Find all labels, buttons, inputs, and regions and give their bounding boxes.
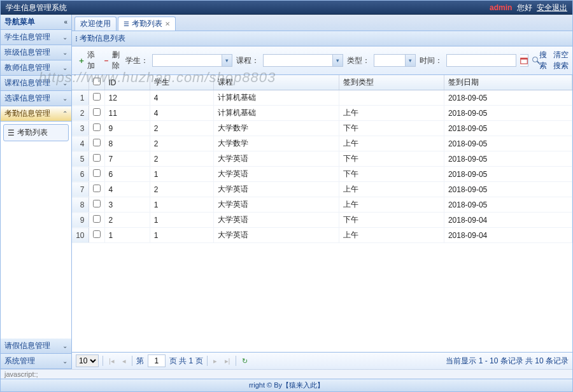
- header-right: admin 您好 安全退出: [487, 1, 567, 14]
- user-name: admin: [490, 3, 512, 12]
- chevron-down-icon[interactable]: ▾: [406, 54, 416, 67]
- svg-rect-1: [521, 58, 528, 59]
- sidebar-item-system[interactable]: 系统管理⌄: [1, 354, 71, 369]
- table-row[interactable]: 831大学英语上午2018-09-05: [72, 197, 572, 213]
- toolbar: ＋添加 －删除 学生： ▾ 课程： ▾ 类型： ▾ 时间： 搜索 清空搜索: [72, 46, 572, 75]
- table-row[interactable]: 482大学数学上午2018-09-05: [72, 136, 572, 151]
- sidebar: 导航菜单 « 学生信息管理⌄ 班级信息管理⌄ 教师信息管理⌄ 课程信息管理⌄ 选…: [1, 15, 72, 369]
- sidebar-item-select[interactable]: 选课信息管理⌄: [1, 91, 71, 106]
- pager: 10 |◂ ◂ 第 页 共 1 页 ▸ ▸| ↻ 当前显示 1 - 10 条记录…: [72, 352, 572, 369]
- tab-attendance-list[interactable]: ☰ 考勤列表 ✕: [118, 17, 176, 31]
- app-title: 学生信息管理系统: [6, 1, 67, 14]
- plus-icon: ＋: [78, 55, 85, 66]
- table-row[interactable]: 661大学英语下午2018-09-05: [72, 167, 572, 182]
- tab-welcome[interactable]: 欢迎使用: [74, 17, 117, 31]
- prev-page-button[interactable]: ◂: [120, 357, 128, 365]
- first-page-button[interactable]: |◂: [107, 357, 117, 365]
- list-icon: ☰: [8, 129, 15, 137]
- col-type[interactable]: 签到类型: [339, 75, 444, 90]
- table-row[interactable]: 742大学英语上午2018-09-05: [72, 182, 572, 197]
- page-size-select[interactable]: 10: [76, 354, 99, 367]
- row-checkbox[interactable]: [93, 123, 101, 131]
- sidebar-item-leave[interactable]: 请假信息管理⌄: [1, 339, 71, 354]
- greeting: 您好: [517, 3, 532, 12]
- table-row[interactable]: 921大学英语下午2018-09-04: [72, 213, 572, 228]
- tab-strip: 欢迎使用 ☰ 考勤列表 ✕: [72, 15, 572, 31]
- panel-title: 考勤信息列表: [80, 33, 125, 44]
- search-button[interactable]: 搜索: [532, 50, 549, 71]
- grid-header-row: ID 学生 课程 签到类型 签到日期: [72, 75, 572, 90]
- panel-title-bar: 考勤信息列表: [72, 31, 572, 46]
- sidebar-item-class[interactable]: 班级信息管理⌄: [1, 45, 71, 60]
- row-checkbox[interactable]: [93, 185, 101, 192]
- logout-link[interactable]: 安全退出: [537, 3, 567, 12]
- clear-search-button[interactable]: 清空搜索: [553, 50, 569, 71]
- table-row[interactable]: 1124计算机基础2018-09-05: [72, 90, 572, 106]
- status-bar: javascript:;: [1, 369, 572, 379]
- sidebar-item-student[interactable]: 学生信息管理⌄: [1, 30, 71, 45]
- row-checkbox[interactable]: [93, 139, 101, 146]
- sidebar-item-attendance[interactable]: 考勤信息管理⌃: [1, 106, 71, 122]
- sidebar-leaf-attendance-list[interactable]: ☰ 考勤列表: [3, 124, 69, 141]
- table-row[interactable]: 1011大学英语上午2018-09-04: [72, 228, 572, 243]
- course-combo[interactable]: [263, 54, 333, 67]
- add-button[interactable]: ＋添加: [76, 49, 97, 72]
- col-student[interactable]: 学生: [150, 75, 213, 90]
- col-date[interactable]: 签到日期: [444, 75, 572, 90]
- collapse-icon[interactable]: «: [64, 18, 67, 25]
- sidebar-item-teacher[interactable]: 教师信息管理⌄: [1, 60, 71, 76]
- student-combo[interactable]: [152, 54, 222, 67]
- time-label: 时间：: [420, 55, 442, 66]
- type-combo[interactable]: [374, 54, 406, 67]
- col-id[interactable]: ID: [104, 75, 150, 90]
- table-row[interactable]: 572大学英语下午2018-09-05: [72, 151, 572, 167]
- app-header: 学生信息管理系统 admin 您好 安全退出: [1, 1, 572, 15]
- sidebar-title: 导航菜单 «: [1, 15, 71, 30]
- chevron-down-icon[interactable]: ▾: [222, 54, 232, 67]
- date-input[interactable]: [446, 54, 516, 67]
- delete-button[interactable]: －删除: [101, 49, 122, 72]
- student-label: 学生：: [125, 55, 148, 66]
- list-icon: ☰: [124, 20, 129, 27]
- page-suffix: 页 共 1 页: [169, 356, 203, 367]
- calendar-icon[interactable]: [520, 54, 528, 67]
- next-page-button[interactable]: ▸: [211, 357, 219, 365]
- row-checkbox[interactable]: [93, 169, 101, 177]
- chevron-down-icon[interactable]: ▾: [333, 54, 343, 67]
- select-all-checkbox[interactable]: [93, 78, 101, 85]
- row-checkbox[interactable]: [93, 108, 101, 116]
- page-prefix: 第: [136, 356, 144, 367]
- course-label: 课程：: [236, 55, 259, 66]
- row-checkbox[interactable]: [93, 200, 101, 207]
- table-row[interactable]: 2114计算机基础上午2018-09-05: [72, 106, 572, 121]
- last-page-button[interactable]: ▸|: [223, 357, 232, 365]
- data-grid: ID 学生 课程 签到类型 签到日期 1124计算机基础2018-09-0521…: [72, 75, 572, 352]
- footer: rright © By【猿来入此】: [1, 379, 572, 391]
- refresh-button[interactable]: ↻: [240, 357, 250, 365]
- table-row[interactable]: 392大学数学下午2018-09-05: [72, 121, 572, 136]
- pager-info: 当前显示 1 - 10 条记录 共 10 条记录: [446, 356, 569, 367]
- search-icon: [532, 57, 537, 64]
- grip-icon: [76, 36, 77, 41]
- page-input[interactable]: [148, 354, 166, 367]
- row-checkbox[interactable]: [93, 154, 101, 162]
- close-icon[interactable]: ✕: [165, 20, 170, 27]
- main: 欢迎使用 ☰ 考勤列表 ✕ 考勤信息列表 ＋添加 －删除 学生： ▾ 课程： ▾…: [72, 15, 572, 369]
- row-checkbox[interactable]: [93, 215, 101, 223]
- row-checkbox[interactable]: [93, 93, 101, 101]
- sidebar-body-attendance: ☰ 考勤列表: [1, 122, 71, 339]
- row-checkbox[interactable]: [93, 230, 101, 238]
- sidebar-item-course[interactable]: 课程信息管理⌄: [1, 76, 71, 91]
- type-label: 类型：: [347, 55, 370, 66]
- col-course[interactable]: 课程: [213, 75, 339, 90]
- minus-icon: －: [103, 55, 110, 66]
